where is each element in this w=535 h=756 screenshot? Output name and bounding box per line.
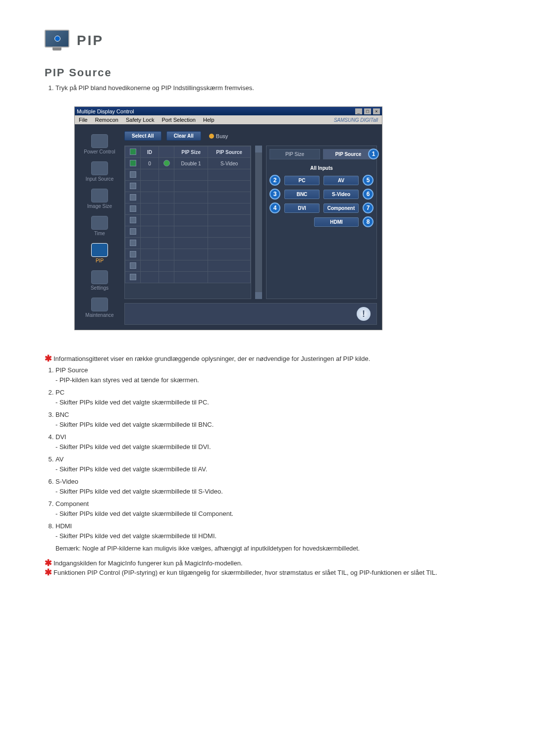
scroll-up-icon[interactable] [255,146,262,152]
item-desc: - Skifter PIPs kilde ved det valgte skær… [55,398,490,407]
item-title: Component [55,500,89,507]
item-desc: - Skifter PIPs kilde ved det valgte skær… [55,464,490,474]
av-button[interactable]: AV [323,176,359,185]
list-item: S-Video- Skifter PIPs kilde ved det valg… [55,477,490,496]
row-checkbox[interactable] [130,240,136,246]
clear-all-button[interactable]: Clear All [166,131,201,141]
row-checkbox[interactable] [130,171,136,178]
menu-file[interactable]: File [79,117,88,123]
item-desc: - Skifter PIPs kilde ved det valgte skær… [55,487,490,497]
sidebar-item-input-source[interactable]: Input Source [86,161,114,182]
image-size-icon [91,189,108,202]
row-checkbox[interactable] [130,160,136,166]
col-check[interactable] [125,147,141,158]
power-icon [91,134,108,148]
menu-port-selection[interactable]: Port Selection [161,117,195,123]
row-checkbox[interactable] [130,274,136,280]
item-title: PIP Source [55,366,88,374]
row-checkbox[interactable] [130,262,136,269]
sidebar-item-pip[interactable]: PIP [91,243,108,263]
checkbox-icon [130,149,136,155]
table-row[interactable] [125,272,251,283]
description-list: PIP Source- PIP-kilden kan styres ved at… [55,365,490,541]
note-pip-control: ✱ Funktionen PIP Control (PIP-styring) e… [45,569,490,576]
component-button[interactable]: Component [323,203,359,213]
row-checkbox[interactable] [130,183,136,189]
intro-item: Tryk på PIP bland hovedikonerne og PIP I… [55,84,490,92]
pc-button[interactable]: PC [284,176,320,185]
menu-remocon[interactable]: Remocon [95,117,118,123]
table-row[interactable] [125,192,251,203]
table-row[interactable] [125,203,251,215]
dvi-button[interactable]: DVI [284,203,320,213]
section-heading: PIP Source [45,66,490,79]
sidebar-item-image-size[interactable]: Image Size [87,189,112,209]
table-row[interactable] [125,260,251,272]
list-item: HDMI- Skifter PIPs kilde ved det valgte … [55,521,490,541]
list-item: Component- Skifter PIPs kilde ved det va… [55,499,490,518]
row-checkbox[interactable] [130,194,136,201]
sidebar-label: Maintenance [85,312,113,318]
table-row[interactable] [125,249,251,260]
item-desc: - Skifter PIPs kilde ved det valgte skær… [55,509,490,519]
sidebar-label: PIP [96,258,104,263]
settings-icon [91,270,108,284]
list-item: BNC- Skifter PIPs kilde ved det valgte s… [55,410,490,429]
window-title: Multiple Display Control [77,108,134,114]
table-row[interactable] [125,169,251,181]
item-title: AV [55,455,63,463]
callout-8: 8 [363,216,374,227]
hdmi-button[interactable]: HDMI [314,217,359,227]
sidebar-label: Time [94,231,105,236]
row-checkbox[interactable] [130,251,136,257]
scrollbar[interactable] [255,146,262,299]
sidebar-item-time[interactable]: Time [91,216,108,236]
display-grid: ID PIP Size PIP Source 0 Double 1 S-Vide… [124,146,251,299]
sidebar-item-power-control[interactable]: Power Control [84,134,115,154]
brand-logo: SAMSUNG DIGITall [334,117,378,123]
menu-help[interactable]: Help [203,117,214,123]
col-id: ID [141,147,159,158]
maximize-icon[interactable]: □ [364,108,371,114]
scroll-down-icon[interactable] [255,292,262,299]
item-desc: - Skifter PIPs kilde ved det valgte skær… [55,531,490,541]
row-checkbox[interactable] [130,217,136,223]
maintenance-icon [91,298,108,311]
pip-icon [91,243,108,257]
app-screenshot: Multiple Display Control _ □ × File Remo… [74,106,382,330]
time-icon [91,216,108,230]
table-row[interactable] [125,181,251,192]
table-row[interactable]: 0 Double 1 S-Video [125,158,251,169]
item-title: DVI [55,433,66,441]
tab-pip-source[interactable]: PIP Source 1 [323,149,374,159]
cell-id: 0 [141,158,159,169]
sidebar-item-maintenance[interactable]: Maintenance [85,298,113,318]
page-title: PIP [77,33,104,49]
row-checkbox[interactable] [130,228,136,235]
svideo-button[interactable]: S-Video [323,190,359,199]
menubar: File Remocon Safety Lock Port Selection … [75,115,382,124]
item-title: S-Video [55,478,78,485]
info-icon[interactable]: ! [357,307,371,321]
close-icon[interactable]: × [373,108,380,114]
item-title: PC [55,389,64,396]
item-title: HDMI [55,522,72,530]
menu-safety-lock[interactable]: Safety Lock [126,117,154,123]
page-header: PIP [45,30,490,51]
item-desc: - Skifter PIPs kilde ved det valgte skær… [55,420,490,430]
tab-pip-size[interactable]: PIP Size [269,149,320,159]
select-all-button[interactable]: Select All [124,131,161,141]
sidebar-item-settings[interactable]: Settings [91,270,108,291]
minimize-icon[interactable]: _ [355,108,362,114]
table-row[interactable] [125,226,251,238]
callout-5: 5 [363,175,374,186]
pip-monitor-icon [45,30,69,51]
table-row[interactable] [125,215,251,226]
star-icon: ✱ [45,355,54,362]
list-item: PC- Skifter PIPs kilde ved det valgte sk… [55,388,490,407]
table-row[interactable] [125,238,251,249]
row-checkbox[interactable] [130,205,136,212]
note-text: Indgangskilden for MagicInfo fungerer ku… [54,559,243,567]
bnc-button[interactable]: BNC [284,190,320,199]
list-item: AV- Skifter PIPs kilde ved det valgte sk… [55,454,490,474]
